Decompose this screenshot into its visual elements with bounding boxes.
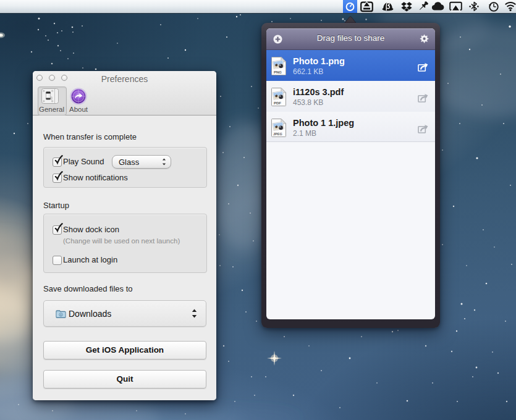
svg-text:PDF: PDF — [274, 101, 281, 105]
svg-text:PNG: PNG — [274, 70, 282, 74]
svg-text:JPEG: JPEG — [273, 132, 282, 136]
